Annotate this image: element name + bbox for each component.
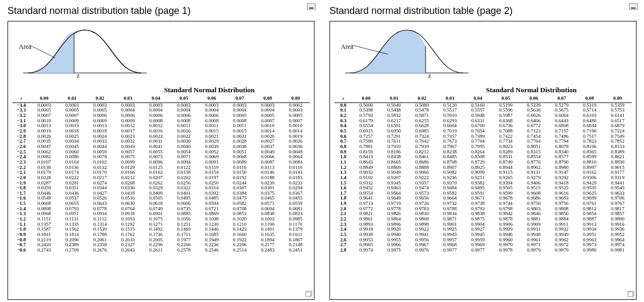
prob-cell: 0.2451 [282,248,310,253]
normal-curve-diagram: Area z [12,25,310,84]
table-row: 2.80.99740.99750.99760.99770.99770.99780… [334,248,632,253]
prob-cell: 0.2643 [114,248,142,253]
page-1-title: Standard normal distribution table (page… [8,5,314,17]
distribution-table-positive: z0.000.010.020.030.040.050.060.070.080.0… [334,96,632,253]
bell-curve-icon [345,25,469,78]
table-caption: Standard Normal Distribution [109,86,310,94]
prob-cell: 0.2743 [30,248,58,253]
prob-cell: 0.9975 [380,248,408,253]
prob-cell: 0.9974 [352,248,380,253]
prob-cell: 0.9979 [520,248,548,253]
distribution-table-negative: z0.000.010.020.030.040.050.060.070.080.0… [12,96,310,253]
minimize-icon[interactable] [629,3,638,10]
minimize-icon[interactable] [307,3,316,10]
prob-cell: 0.9977 [464,248,492,253]
page-2-title: Standard normal distribution table (page… [330,5,636,17]
page-indicator-1 [304,291,314,298]
z-axis-label: z [77,72,79,80]
prob-cell: 0.2483 [254,248,282,253]
bell-curve-icon [23,25,147,78]
col-header: 0.04 [142,96,170,102]
col-header: 0.03 [114,96,142,102]
col-header: 0.03 [436,96,464,102]
page-2-panel: Standard normal distribution table (page… [322,0,644,302]
z-axis-label: z [428,72,431,80]
prob-cell: 0.9981 [604,248,632,253]
col-header: 0.01 [380,96,408,102]
prob-cell: 0.9977 [436,248,464,253]
col-header: 0.07 [226,96,254,102]
prob-cell: 0.2578 [170,248,198,253]
prob-cell: 0.9980 [576,248,604,253]
prob-cell: 0.2546 [198,248,226,253]
prob-cell: 0.2611 [142,248,170,253]
col-header: 0.05 [170,96,198,102]
prob-cell: 0.9978 [492,248,520,253]
col-header: 0.09 [282,96,310,102]
prob-cell: 0.9976 [408,248,436,253]
z-column-header: z [334,96,352,102]
col-header: 0.01 [58,96,86,102]
normal-curve-diagram: Area z [334,25,632,84]
svg-line-2 [30,45,55,58]
z-row-header: 2.8 [334,248,352,253]
col-header: 0.02 [408,96,436,102]
col-header: 0.05 [492,96,520,102]
col-header: 0.06 [198,96,226,102]
table-row: −0.60.27430.27090.26760.26430.26110.2578… [12,248,310,253]
prob-cell: 0.2709 [58,248,86,253]
table-caption: Standard Normal Distribution [431,86,632,94]
prob-cell: 0.2676 [86,248,114,253]
page-1-content: Area z Standard Normal Distribution z0.0… [8,21,314,300]
prob-cell: 0.2514 [226,248,254,253]
col-header: 0.09 [604,96,632,102]
col-header: 0.00 [352,96,380,102]
col-header: 0.04 [464,96,492,102]
col-header: 0.00 [30,96,58,102]
z-column-header: z [12,96,30,102]
prob-cell: 0.9979 [548,248,576,253]
page-stack-icon [305,291,313,297]
svg-rect-9 [628,292,633,297]
col-header: 0.08 [254,96,282,102]
col-header: 0.02 [86,96,114,102]
col-header: 0.07 [548,96,576,102]
page-indicator-2 [626,291,636,298]
col-header: 0.08 [576,96,604,102]
z-row-header: −0.6 [12,248,30,253]
page-2-content: Area z Standard Normal Distribution z0.0… [330,21,636,300]
col-header: 0.06 [520,96,548,102]
page-1-panel: Standard normal distribution table (page… [0,0,322,302]
page-stack-icon [627,291,635,297]
svg-rect-4 [306,292,311,297]
